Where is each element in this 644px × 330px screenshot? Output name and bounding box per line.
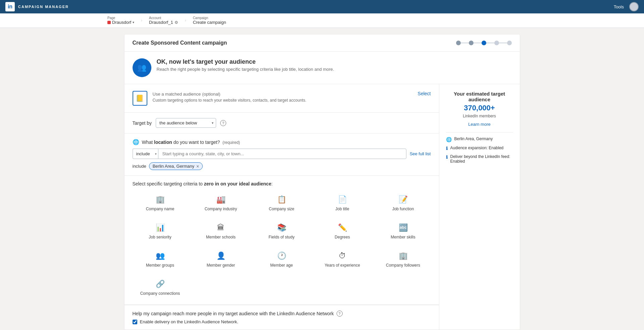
matched-audience-heading: Use a matched audience (optional): [153, 91, 306, 97]
side-info-location-text: Berlin Area, Germany: [454, 136, 493, 141]
criteria-title: Select specific targeting criteria to ze…: [133, 181, 431, 186]
network-enable-checkbox[interactable]: [133, 320, 137, 324]
criteria-member-gender-label: Member gender: [207, 263, 235, 268]
side-info-deliver-beyond-text: Deliver beyond the LinkedIn feed: Enable…: [450, 154, 513, 164]
criteria-job-function[interactable]: 📝 Job function: [376, 192, 431, 215]
target-help-icon[interactable]: ?: [220, 120, 226, 126]
campaign-value: Create campaign: [193, 20, 226, 25]
target-by-label: Target by: [133, 120, 152, 126]
location-input-row: include exclude ▾ See full list: [133, 149, 431, 159]
location-tag-remove-button[interactable]: ×: [196, 164, 199, 169]
location-section: 🌐 What location do you want to target? (…: [125, 133, 439, 176]
criteria-company-industry-label: Company industry: [205, 207, 237, 211]
matched-audience-section: 📒 Use a matched audience (optional) Cust…: [125, 84, 439, 113]
progress-line-4: [499, 43, 507, 43]
breadcrumb-page: Page Drausdorf ▾: [107, 16, 134, 25]
globe-icon: 🌐: [133, 139, 139, 145]
estimated-audience-count: 370,000+: [446, 104, 513, 112]
progress-step-3: [482, 41, 486, 45]
tools-link[interactable]: Tools: [614, 4, 624, 9]
top-navigation: in CAMPAIGN MANAGER Tools: [0, 0, 644, 13]
member-age-icon: 🕐: [277, 252, 286, 260]
criteria-company-followers-label: Company followers: [386, 263, 420, 268]
criteria-member-gender[interactable]: 👤 Member gender: [193, 248, 249, 271]
criteria-job-function-label: Job function: [392, 207, 414, 211]
include-tag-label: include: [133, 164, 146, 169]
progress-step-2: [469, 41, 474, 45]
address-book-icon: 📒: [136, 94, 144, 102]
company-connections-icon: 🔗: [156, 280, 165, 288]
member-schools-icon: 🏛: [217, 223, 225, 232]
criteria-member-groups[interactable]: 👥 Member groups: [133, 248, 188, 271]
network-help-icon[interactable]: ?: [337, 311, 343, 317]
criteria-company-size-label: Company size: [269, 207, 294, 211]
side-info-location: 🌐 Berlin Area, Germany: [446, 136, 513, 142]
years-of-experience-icon: ⏱: [339, 252, 346, 260]
campaign-label: Campaign: [193, 16, 226, 20]
hero-icon: 👥: [133, 58, 151, 77]
criteria-company-followers[interactable]: 🏢 Company followers: [376, 248, 431, 271]
side-info-audience-expansion: ℹ Audience expansion: Enabled: [446, 146, 513, 151]
target-by-section: Target by the audience below a saved tem…: [125, 113, 439, 133]
criteria-member-skills[interactable]: 🔤 Member skills: [376, 220, 431, 243]
criteria-company-industry[interactable]: 🏭 Company industry: [193, 192, 249, 215]
criteria-company-connections[interactable]: 🔗 Company connections: [133, 276, 188, 299]
main-container: Create Sponsored Content campaign 👥: [119, 28, 525, 330]
location-tag: Berlin Area, Germany ×: [149, 162, 203, 170]
matched-audience-left: 📒 Use a matched audience (optional) Cust…: [133, 91, 306, 106]
location-question: What location do you want to target? (re…: [142, 140, 240, 145]
page-title: Create Sponsored Content campaign: [133, 40, 227, 46]
company-size-icon: 📋: [277, 195, 286, 204]
job-seniority-icon: 📊: [156, 223, 165, 232]
criteria-member-age-label: Member age: [270, 263, 293, 268]
location-include-select[interactable]: include exclude: [133, 149, 158, 159]
account-label: Account: [149, 16, 178, 20]
topnav-right: Tools: [614, 2, 639, 11]
side-panel-divider: [446, 132, 513, 132]
progress-line-3: [486, 43, 494, 43]
criteria-job-seniority[interactable]: 📊 Job seniority: [133, 220, 188, 243]
criteria-job-title[interactable]: 📄 Job title: [315, 192, 370, 215]
see-full-list-link[interactable]: See full list: [410, 151, 431, 156]
company-name-icon: 🏢: [156, 195, 165, 204]
criteria-company-size[interactable]: 📋 Company size: [254, 192, 309, 215]
linkedin-audience-network-section: Help my campaign reach more people in my…: [125, 305, 439, 330]
page-color-dot: [107, 21, 111, 24]
side-info-audience-expansion-text: Audience expansion: Enabled: [450, 146, 504, 150]
include-select-wrapper: include exclude ▾: [133, 149, 158, 159]
criteria-years-of-experience[interactable]: ⏱ Years of experience: [315, 248, 370, 271]
account-value[interactable]: Drausdorf_1 ⚙: [149, 20, 178, 25]
side-panel-title: Your estimated target audience: [446, 91, 513, 102]
page-value[interactable]: Drausdorf ▾: [107, 20, 134, 25]
network-checkbox-label: Enable delivery on the LinkedIn Audience…: [140, 319, 238, 324]
progress-line-1: [461, 43, 469, 43]
criteria-degrees-label: Degrees: [335, 235, 350, 239]
matched-audience-text: Use a matched audience (optional) Custom…: [153, 91, 306, 103]
hero-text: OK, now let's target your audience Reach…: [157, 58, 334, 72]
criteria-degrees[interactable]: ✏️ Degrees: [315, 220, 370, 243]
learn-more-link[interactable]: Learn more: [446, 122, 513, 127]
criteria-member-groups-label: Member groups: [146, 263, 174, 268]
user-avatar[interactable]: [629, 2, 639, 11]
location-globe-icon: 🌐: [446, 137, 452, 142]
page-label: Page: [107, 16, 134, 20]
location-tag-row: include Berlin Area, Germany ×: [133, 162, 431, 170]
criteria-years-of-experience-label: Years of experience: [325, 263, 360, 268]
account-gear-icon[interactable]: ⚙: [175, 20, 178, 25]
network-header: Help my campaign reach more people in my…: [133, 311, 431, 317]
audience-expansion-icon: ℹ: [446, 146, 448, 151]
target-by-select[interactable]: the audience below a saved template: [156, 118, 216, 128]
network-title: Help my campaign reach more people in my…: [133, 311, 334, 316]
company-followers-icon: 🏢: [399, 252, 408, 260]
location-search-input[interactable]: [158, 149, 406, 159]
targeting-criteria-section: Select specific targeting criteria to ze…: [125, 176, 439, 305]
criteria-fields-of-study[interactable]: 📚 Fields of study: [254, 220, 309, 243]
matched-audience-select-button[interactable]: Select: [418, 91, 431, 96]
criteria-member-schools[interactable]: 🏛 Member schools: [193, 220, 249, 243]
criteria-company-name[interactable]: 🏢 Company name: [133, 192, 188, 215]
member-gender-icon: 👤: [216, 252, 226, 260]
progress-step-4: [494, 41, 499, 45]
hero-section: 👥 OK, now let's target your audience Rea…: [125, 52, 520, 84]
criteria-member-age[interactable]: 🕐 Member age: [254, 248, 309, 271]
breadcrumb-campaign: Campaign Create campaign: [193, 16, 226, 25]
